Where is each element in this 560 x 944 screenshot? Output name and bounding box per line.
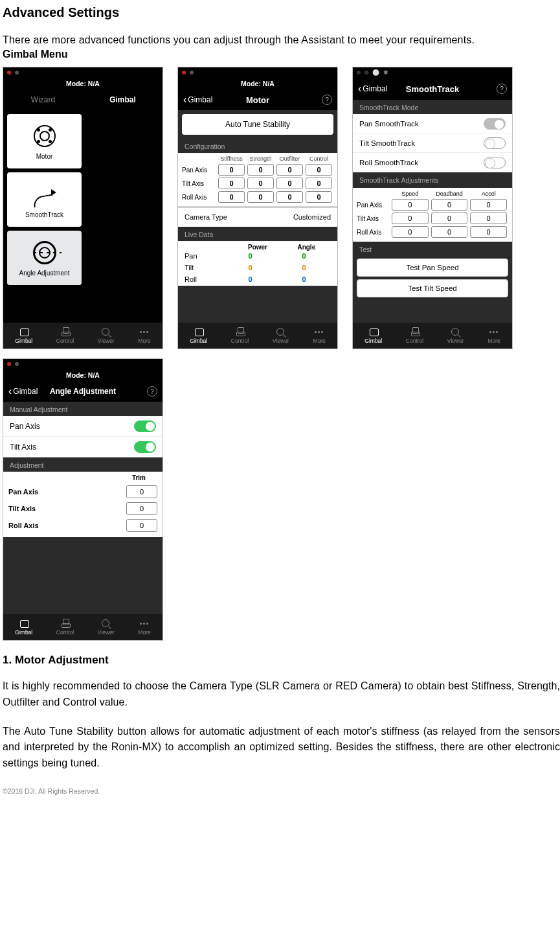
st-tilt-accel[interactable]: 0 bbox=[470, 213, 507, 224]
tab-viewer[interactable]: Viewer bbox=[98, 619, 115, 636]
screenshot-smoothtrack: ⚪✱ ‹ Gimbal SmoothTrack ? SmoothTrack Mo… bbox=[352, 67, 513, 349]
camera-type-value: Customized bbox=[293, 213, 331, 221]
section-1-para-2: The Auto Tune Stability button allows fo… bbox=[3, 724, 560, 772]
intro-text: There are more advanced functions you ca… bbox=[3, 34, 560, 46]
col-deadband: Deadband bbox=[430, 190, 469, 197]
card-motor-label: Motor bbox=[36, 153, 53, 160]
roll-strength-input[interactable]: 0 bbox=[247, 191, 274, 203]
tilt-strength-input[interactable]: 0 bbox=[247, 178, 274, 189]
card-angle-adjustment[interactable]: Angle Adjustment bbox=[7, 231, 82, 285]
help-icon[interactable]: ? bbox=[147, 386, 157, 397]
trim-roll-input[interactable]: 0 bbox=[126, 519, 157, 532]
live-pan-label: Pan bbox=[185, 252, 223, 260]
motor-icon bbox=[34, 125, 56, 147]
tab-more[interactable]: More bbox=[138, 619, 150, 636]
tab-control[interactable]: Control bbox=[406, 327, 423, 344]
st-roll-speed[interactable]: 0 bbox=[392, 226, 429, 238]
trim-tilt-label: Tilt Axis bbox=[8, 505, 126, 512]
tab-gimbal[interactable]: Gimbal bbox=[364, 327, 382, 344]
help-icon[interactable]: ? bbox=[322, 95, 332, 105]
live-tilt-label: Tilt bbox=[185, 264, 223, 271]
tab-control[interactable]: Control bbox=[231, 327, 249, 344]
back-chevron-icon[interactable]: ‹ bbox=[358, 83, 361, 95]
back-label[interactable]: Gimbal bbox=[13, 387, 38, 396]
pan-stiffness-input[interactable]: 0 bbox=[218, 164, 245, 176]
seg-wizard[interactable]: Wizard bbox=[3, 89, 83, 110]
tab-viewer[interactable]: Viewer bbox=[447, 327, 464, 344]
live-roll-angle: 0 bbox=[277, 275, 331, 283]
tab-more[interactable]: More bbox=[487, 327, 500, 344]
back-chevron-icon[interactable]: ‹ bbox=[183, 94, 186, 106]
tab-more[interactable]: More bbox=[138, 327, 150, 344]
camera-type-row[interactable]: Camera Type Customized bbox=[178, 207, 337, 227]
pan-outfilter-input[interactable]: 0 bbox=[276, 164, 303, 176]
roll-control-input[interactable]: 0 bbox=[306, 191, 332, 203]
tab-viewer[interactable]: Viewer bbox=[98, 327, 115, 344]
card-smoothtrack[interactable]: SmoothTrack bbox=[7, 172, 82, 227]
st-tilt-speed[interactable]: 0 bbox=[392, 213, 429, 224]
col-speed: Speed bbox=[390, 190, 430, 197]
gear-icon bbox=[33, 241, 56, 264]
st-pan-speed[interactable]: 0 bbox=[392, 199, 429, 211]
st-tilt-label: Tilt Axis bbox=[357, 215, 390, 222]
back-label[interactable]: Gimbal bbox=[363, 84, 387, 93]
pan-strength-input[interactable]: 0 bbox=[247, 164, 274, 176]
tab-gimbal[interactable]: Gimbal bbox=[15, 327, 32, 344]
test-pan-button[interactable]: Test Pan Speed bbox=[357, 259, 508, 277]
manual-tilt-row: Tilt Axis bbox=[3, 437, 162, 457]
smoothtrack-icon bbox=[32, 185, 58, 203]
st-roll-accel[interactable]: 0 bbox=[470, 226, 507, 238]
roll-smoothtrack-label: Roll SmoothTrack bbox=[359, 159, 418, 167]
roll-smoothtrack-row: Roll SmoothTrack bbox=[353, 153, 512, 172]
pan-smoothtrack-toggle[interactable] bbox=[484, 118, 506, 130]
section-1-para-1: It is highly recommended to choose the C… bbox=[3, 678, 560, 711]
trim-pan-label: Pan Axis bbox=[8, 488, 126, 496]
roll-stiffness-input[interactable]: 0 bbox=[218, 191, 245, 203]
card-motor[interactable]: Motor bbox=[7, 114, 82, 168]
manual-tilt-toggle[interactable] bbox=[134, 441, 156, 453]
help-icon[interactable]: ? bbox=[497, 84, 507, 94]
live-tilt-power: 0 bbox=[223, 264, 277, 271]
tab-gimbal[interactable]: Gimbal bbox=[190, 327, 207, 344]
col-control: Control bbox=[304, 155, 333, 162]
tab-more[interactable]: More bbox=[313, 327, 325, 344]
trim-pan-input[interactable]: 0 bbox=[126, 485, 157, 498]
tilt-control-input[interactable]: 0 bbox=[306, 178, 332, 189]
st-roll-label: Roll Axis bbox=[357, 229, 390, 236]
tab-viewer[interactable]: Viewer bbox=[273, 327, 289, 344]
trim-roll-label: Roll Axis bbox=[8, 522, 126, 529]
tilt-smoothtrack-row: Tilt SmoothTrack bbox=[353, 133, 512, 153]
back-label[interactable]: Gimbal bbox=[188, 95, 212, 104]
st-tilt-deadband[interactable]: 0 bbox=[431, 213, 468, 224]
manual-tilt-label: Tilt Axis bbox=[10, 443, 36, 452]
card-smooth-label: SmoothTrack bbox=[25, 211, 63, 218]
footer-copyright: ©2016 DJI. All Rights Reserved. bbox=[3, 787, 560, 795]
seg-gimbal[interactable]: Gimbal bbox=[83, 89, 162, 110]
row-tilt-label: Tilt Axis bbox=[182, 180, 217, 187]
trim-tilt-input[interactable]: 0 bbox=[126, 502, 157, 515]
roll-smoothtrack-toggle[interactable] bbox=[484, 157, 506, 168]
back-chevron-icon[interactable]: ‹ bbox=[8, 386, 12, 397]
screenshot-angle-adjustment: Mode: N/A ‹ Gimbal Angle Adjustment ? Ma… bbox=[3, 358, 163, 641]
st-pan-deadband[interactable]: 0 bbox=[431, 199, 468, 211]
screenshot-row-2: Mode: N/A ‹ Gimbal Angle Adjustment ? Ma… bbox=[3, 358, 560, 641]
tab-gimbal[interactable]: Gimbal bbox=[15, 619, 32, 636]
tab-control[interactable]: Control bbox=[56, 619, 74, 636]
manual-adjust-label: Manual Adjustment bbox=[3, 402, 162, 416]
test-tilt-button[interactable]: Test Tilt Speed bbox=[357, 279, 508, 297]
tilt-stiffness-input[interactable]: 0 bbox=[218, 178, 245, 189]
pan-control-input[interactable]: 0 bbox=[306, 164, 332, 176]
tilt-outfilter-input[interactable]: 0 bbox=[276, 178, 303, 189]
st-pan-label: Pan Axis bbox=[357, 201, 390, 209]
st-roll-deadband[interactable]: 0 bbox=[431, 226, 468, 238]
st-pan-accel[interactable]: 0 bbox=[470, 199, 507, 211]
smoothtrack-adjust-label: SmoothTrack Adjustments bbox=[353, 172, 512, 187]
live-tilt-angle: 0 bbox=[277, 264, 331, 271]
roll-outfilter-input[interactable]: 0 bbox=[276, 191, 303, 203]
tab-control[interactable]: Control bbox=[56, 327, 74, 344]
smoothtrack-mode-label: SmoothTrack Mode bbox=[353, 100, 512, 114]
auto-tune-button[interactable]: Auto Tune Stability bbox=[182, 114, 333, 135]
gimbal-menu-heading: Gimbal Menu bbox=[3, 49, 560, 60]
manual-pan-toggle[interactable] bbox=[134, 420, 156, 432]
tilt-smoothtrack-toggle[interactable] bbox=[484, 137, 506, 149]
